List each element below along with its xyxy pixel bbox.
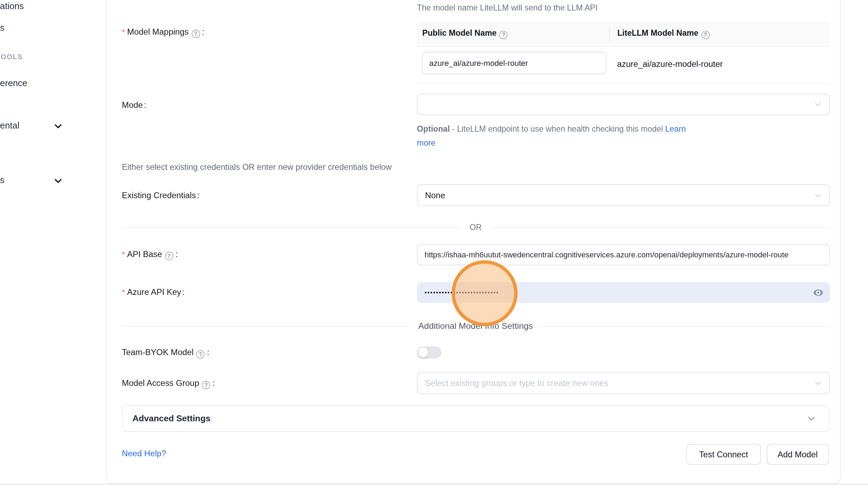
- public-model-name-input[interactable]: [422, 52, 606, 74]
- toggle-knob: [418, 347, 428, 358]
- litellm-model-name-header: LiteLLM Model Name?: [609, 28, 711, 39]
- required-asterisk: *: [122, 287, 125, 297]
- chevron-down-icon: [54, 122, 63, 131]
- model-access-group-label: Model Access Group?:: [122, 378, 215, 389]
- sidebar-item-experimental[interactable]: ental: [0, 121, 19, 131]
- litellm-model-name-tooltip-text: The model name LiteLLM will send to the …: [417, 4, 598, 13]
- divider-line: [541, 326, 829, 327]
- eye-icon[interactable]: [813, 288, 823, 297]
- public-model-name-header: Public Model Name?: [417, 28, 609, 39]
- help-icon[interactable]: ?: [191, 30, 200, 38]
- mode-select[interactable]: [417, 94, 830, 115]
- chevron-down-icon: [814, 379, 821, 387]
- model-mappings-table: Public Model Name? LiteLLM Model Name? a…: [417, 21, 829, 84]
- test-connect-button[interactable]: Test Connect: [686, 444, 761, 464]
- additional-settings-divider-text: Additional Model Info Settings: [418, 321, 533, 331]
- team-byok-label: Team-BYOK Model?:: [122, 347, 210, 359]
- required-asterisk: *: [122, 27, 125, 36]
- sidebar-item-api-reference[interactable]: erence: [0, 78, 27, 88]
- existing-credentials-value: None: [425, 190, 445, 200]
- model-access-group-placeholder: Select existing groups or type to create…: [425, 378, 608, 388]
- mode-help-text: Optional - LiteLLM endpoint to use when …: [417, 122, 708, 150]
- sidebar-item-organizations[interactable]: ations: [0, 1, 24, 11]
- divider-line: [122, 227, 461, 228]
- mode-label: Mode:: [122, 100, 146, 110]
- help-icon[interactable]: ?: [196, 350, 205, 359]
- azure-api-key-label: *Azure API Key:: [122, 287, 185, 297]
- chevron-down-icon: [807, 414, 815, 423]
- api-base-input[interactable]: [417, 244, 830, 265]
- app-viewport: ations s TOOLS erence ental s The model …: [0, 0, 868, 485]
- learn-more-link[interactable]: Learn: [665, 125, 686, 134]
- sidebar: ations s TOOLS erence ental s: [0, 0, 105, 485]
- page: ations s TOOLS erence ental s The model …: [0, 0, 868, 485]
- chevron-down-icon: [54, 176, 63, 186]
- help-icon[interactable]: ?: [701, 31, 710, 39]
- required-asterisk: *: [122, 250, 125, 259]
- litellm-model-name-value: azure_ai/azure-model-router: [617, 59, 723, 69]
- azure-api-key-input[interactable]: ••••••••••••••••••••••••••: [417, 282, 830, 303]
- or-divider-text: OR: [470, 223, 482, 232]
- chevron-down-icon: [814, 192, 821, 199]
- sidebar-section-tools: TOOLS: [0, 53, 23, 61]
- existing-credentials-label: Existing Credentials:: [122, 190, 199, 200]
- divider-line: [491, 227, 829, 228]
- api-base-label: *API Base?:: [122, 249, 178, 260]
- help-icon[interactable]: ?: [202, 381, 210, 389]
- existing-credentials-select[interactable]: None: [417, 184, 830, 206]
- masked-api-key-value: ••••••••••••••••••••••••••: [424, 289, 813, 296]
- team-byok-toggle[interactable]: [417, 346, 441, 359]
- advanced-settings-panel[interactable]: Advanced Settings: [122, 405, 829, 432]
- add-model-button[interactable]: Add Model: [767, 444, 829, 464]
- need-help-link[interactable]: Need Help?: [122, 449, 166, 458]
- additional-settings-divider: Additional Model Info Settings: [122, 321, 829, 332]
- page-background-strip: [0, 484, 868, 485]
- sidebar-item-settings[interactable]: s: [0, 175, 5, 186]
- sidebar-item-users[interactable]: s: [0, 23, 5, 33]
- chevron-down-icon: [814, 101, 821, 108]
- table-header-row: Public Model Name? LiteLLM Model Name?: [417, 21, 829, 47]
- table-row: azure_ai/azure-model-router: [417, 47, 829, 84]
- help-icon[interactable]: ?: [165, 252, 173, 260]
- or-divider: OR: [122, 222, 829, 233]
- header-column-divider: [609, 26, 610, 42]
- learn-more-link[interactable]: more: [417, 139, 436, 148]
- divider-line: [122, 326, 411, 327]
- credentials-note: Either select existing credentials OR en…: [122, 162, 392, 172]
- model-mappings-label: *Model Mappings?:: [122, 27, 205, 38]
- help-icon[interactable]: ?: [499, 31, 508, 39]
- advanced-settings-title: Advanced Settings: [132, 413, 807, 423]
- model-access-group-select[interactable]: Select existing groups or type to create…: [417, 372, 830, 394]
